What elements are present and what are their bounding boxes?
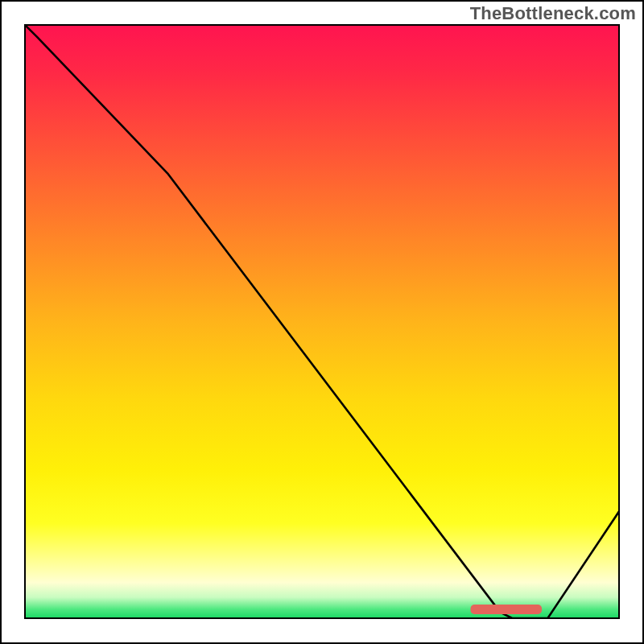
watermark-label: TheBottleneck.com [470, 3, 636, 24]
gradient-background [25, 25, 619, 618]
chart-svg [0, 0, 644, 644]
chart-canvas: TheBottleneck.com [0, 0, 644, 644]
minimum-marker [471, 605, 543, 614]
